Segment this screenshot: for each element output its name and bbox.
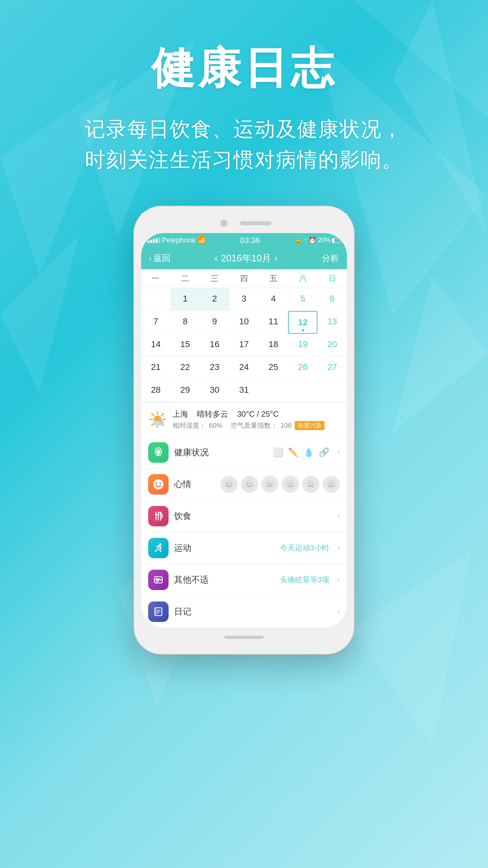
mood-face-4[interactable] [282, 476, 299, 493]
cal-cell-26[interactable]: 26 [288, 357, 317, 379]
subtitle: 记录每日饮食、运动及健康状况， 时刻关注生活习惯对病情的影响。 [0, 114, 488, 175]
home-button[interactable] [224, 636, 264, 639]
cal-cell-27[interactable]: 27 [317, 357, 347, 379]
exercise-chevron-icon: › [337, 543, 340, 553]
weather-main: 上海 晴转多云 30°C / 25°C [172, 409, 340, 419]
weekday-sun: 日 [317, 269, 347, 288]
exercise-row[interactable]: 运动 今天运动3小时 › [141, 532, 347, 564]
svg-line-14 [152, 414, 154, 416]
other-row[interactable]: 其他不适 头痛眩晕等3项 › [141, 564, 347, 596]
diary-row[interactable]: 日记 › [141, 596, 347, 627]
svg-point-49 [159, 543, 161, 546]
other-value: 头痛眩晕等3项 [280, 575, 329, 585]
food-label: 饮食 [174, 510, 324, 522]
cal-cell-31[interactable]: 31 [229, 379, 259, 402]
mood-icon [148, 474, 169, 495]
svg-point-37 [288, 483, 290, 484]
cal-cell-22[interactable]: 22 [171, 357, 200, 379]
svg-point-23 [153, 479, 163, 489]
exercise-label: 运动 [174, 542, 275, 554]
cal-cell-1[interactable]: 1 [171, 288, 200, 311]
cal-cell-12[interactable]: 12 [288, 311, 317, 334]
svg-point-30 [248, 483, 249, 484]
month-title: 2016年10月 [221, 252, 271, 265]
other-chevron-icon: › [337, 575, 340, 585]
weekday-mon: 一 [141, 269, 171, 288]
subtitle-line2: 时刻关注生活习惯对病情的影响。 [0, 144, 488, 175]
cal-cell-empty3 [288, 379, 317, 402]
cal-cell-5[interactable]: 5 [288, 288, 317, 311]
cal-cell-10[interactable]: 10 [229, 311, 259, 334]
health-drop-icon: 💧 [303, 447, 314, 458]
svg-point-24 [156, 482, 157, 484]
back-button[interactable]: ‹ 返回 [149, 252, 171, 264]
health-record-icon: ⬜ [273, 447, 283, 458]
cal-cell-18[interactable]: 18 [259, 334, 288, 357]
cal-cell-16[interactable]: 16 [200, 334, 229, 357]
cal-cell-15[interactable]: 15 [171, 334, 200, 357]
weekday-thu: 四 [229, 269, 259, 288]
signal-dots [147, 237, 160, 243]
cal-cell-13[interactable]: 13 [317, 311, 347, 334]
cal-cell-8[interactable]: 8 [171, 311, 200, 334]
cal-cell-3[interactable]: 3 [229, 288, 259, 311]
cal-cell-25[interactable]: 25 [259, 357, 288, 379]
svg-point-43 [329, 483, 330, 484]
exercise-icon [148, 538, 169, 558]
cal-cell-2[interactable]: 2 [200, 288, 229, 311]
svg-point-31 [251, 483, 252, 484]
alarm-icon: ⏰ [308, 237, 316, 244]
health-icon [148, 442, 169, 463]
cal-cell-6[interactable]: 6 [317, 288, 347, 311]
next-month-icon[interactable]: › [274, 253, 277, 264]
battery-icon [332, 238, 341, 243]
cal-cell-21[interactable]: 21 [141, 357, 171, 379]
mood-label: 心情 [174, 478, 215, 490]
phone-outer: Pelephone 📶 03:36 🔒 ↑ ⏰ 20% ‹ [134, 206, 354, 654]
cal-cell-23[interactable]: 23 [200, 357, 229, 379]
cal-cell-9[interactable]: 9 [200, 311, 229, 334]
food-icon [148, 506, 169, 526]
status-left: Pelephone 📶 [147, 236, 206, 245]
weather-sub: 相对湿度： 60% 空气质量指数： 106 轻度污染 [172, 421, 340, 430]
cal-cell-14[interactable]: 14 [141, 334, 171, 357]
other-icon [148, 570, 169, 590]
cal-cell-30[interactable]: 30 [200, 379, 229, 402]
health-action-icons: ⬜ ✏️ 💧 🔗 [273, 447, 329, 458]
svg-line-50 [156, 550, 157, 552]
analyze-button[interactable]: 分析 [322, 252, 339, 264]
mood-face-5[interactable] [302, 476, 319, 493]
header-section: 健康日志 记录每日饮食、运动及健康状况， 时刻关注生活习惯对病情的影响。 [0, 0, 488, 175]
svg-point-42 [327, 480, 336, 489]
cal-cell-4[interactable]: 4 [259, 288, 288, 311]
cal-cell-24[interactable]: 24 [229, 357, 259, 379]
health-row[interactable]: 健康状况 ⬜ ✏️ 💧 🔗 › [141, 437, 347, 469]
phone-speaker [240, 221, 272, 225]
mood-face-2[interactable] [241, 476, 258, 493]
svg-point-39 [306, 480, 316, 489]
humidity-label: 相对湿度： [172, 421, 206, 430]
cal-cell-empty4 [317, 379, 347, 402]
cal-cell-7[interactable]: 7 [141, 311, 171, 334]
mood-face-1[interactable] [220, 476, 238, 493]
cal-cell-19[interactable]: 19 [288, 334, 317, 357]
cal-cell-29[interactable]: 29 [171, 379, 200, 402]
cal-cell-empty1 [141, 288, 171, 311]
cal-cell-17[interactable]: 17 [229, 334, 259, 357]
cal-cell-20[interactable]: 20 [317, 334, 347, 357]
aqi-label: 空气质量指数： [231, 421, 277, 430]
cal-cell-28[interactable]: 28 [141, 379, 171, 402]
weather-temp-high: 30°C [237, 410, 255, 418]
mood-face-6[interactable] [323, 476, 340, 493]
svg-point-36 [286, 480, 295, 489]
svg-point-38 [292, 483, 293, 484]
wifi-icon: 📶 [197, 236, 206, 245]
mood-face-3[interactable] [261, 476, 279, 493]
battery-percent: 20% [318, 237, 330, 244]
prev-month-icon[interactable]: ‹ [215, 253, 218, 264]
svg-point-32 [265, 480, 275, 489]
health-link-icon: 🔗 [319, 447, 329, 458]
food-row[interactable]: 饮食 › [141, 500, 347, 532]
svg-point-27 [227, 483, 228, 484]
cal-cell-11[interactable]: 11 [259, 311, 288, 334]
